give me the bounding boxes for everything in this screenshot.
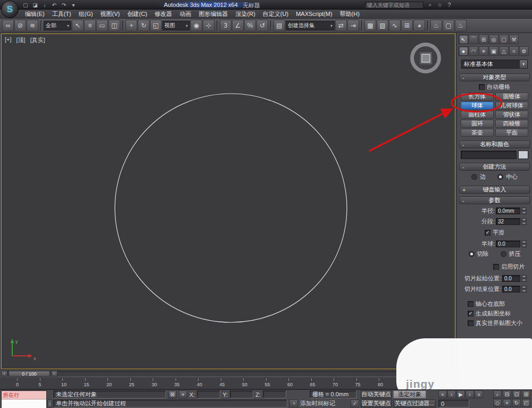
quick-access-more-icon[interactable]: ▾ — [69, 1, 78, 9]
time-tag-icon[interactable]: ◔ — [289, 399, 298, 407]
systems-category[interactable]: ⚙ — [519, 46, 529, 56]
select-by-name-icon[interactable]: ≡ — [84, 20, 96, 31]
search-input[interactable] — [365, 2, 423, 9]
search-icon[interactable]: ⌕ — [426, 1, 434, 9]
geosphere-button[interactable]: 几何球体 — [495, 102, 528, 110]
hemisphere-field[interactable]: 0.0 — [496, 240, 520, 247]
sphere-button[interactable]: 球体 — [461, 102, 494, 110]
layer-manager-icon[interactable]: ▦ — [364, 20, 376, 31]
display-tab[interactable]: ▢ — [499, 35, 509, 44]
smooth-checkbox[interactable] — [485, 230, 491, 236]
redo-icon[interactable]: ↷ — [60, 1, 68, 9]
selected-scope-dropdown[interactable]: 选定对象 — [393, 390, 426, 398]
shapes-category[interactable]: ◠ — [469, 46, 478, 56]
listener-expand-icon[interactable]: ‹ — [47, 399, 52, 407]
play-icon[interactable]: ▶ — [456, 390, 465, 398]
rectangular-selection-icon[interactable]: ▭ — [96, 20, 108, 31]
utilities-tab[interactable]: ⚒ — [509, 35, 519, 44]
squash-radio[interactable] — [501, 251, 506, 257]
track-bar[interactable]: 05101520253035404550556065707580859095 — [0, 377, 456, 389]
enable-slice-checkbox[interactable] — [493, 264, 499, 270]
maxscript-mini-listener[interactable]: 所在行 — [1, 390, 47, 408]
curve-editor-icon[interactable]: ∿ — [389, 20, 401, 31]
create-tab[interactable]: ↖ — [459, 35, 468, 44]
radius-field[interactable]: 0.0mm — [496, 207, 520, 214]
slice-from-field[interactable]: 0.0 — [502, 275, 520, 282]
autogrid-checkbox[interactable] — [479, 84, 485, 90]
slice-from-spinner[interactable] — [521, 275, 527, 282]
menu-item[interactable]: 创建(C) — [123, 10, 151, 18]
go-to-end-icon[interactable]: » — [475, 390, 483, 398]
reference-coordinate-dropdown[interactable]: 视图▾ — [162, 21, 190, 30]
rollout-keyboard-entry[interactable]: + 键盘输入 — [459, 186, 530, 194]
menu-item[interactable]: 视图(V) — [97, 10, 124, 18]
slice-to-spinner[interactable] — [521, 286, 527, 293]
base-to-pivot-checkbox[interactable] — [468, 301, 473, 307]
render-production-icon[interactable]: ♨ — [455, 20, 467, 31]
viewport-top[interactable]: [+][顶][真实] x y — [1, 34, 455, 369]
motion-tab[interactable]: ◎ — [489, 35, 498, 44]
bind-to-space-warp-icon[interactable]: ≋ — [27, 20, 38, 31]
segments-spinner[interactable] — [521, 218, 527, 225]
selection-filter-dropdown[interactable]: 全部▾ — [44, 21, 71, 30]
select-move-icon[interactable]: + — [126, 20, 137, 31]
z-coordinate-field[interactable] — [263, 390, 286, 398]
snaps-toggle-icon[interactable]: 3 — [220, 20, 231, 31]
menu-item[interactable]: 自定义(U) — [259, 10, 292, 18]
use-pivot-center-icon[interactable]: ◉ — [190, 20, 202, 31]
hemisphere-spinner[interactable] — [521, 240, 527, 247]
rollout-creation-method[interactable]: - 创建方法 — [459, 163, 530, 171]
material-editor-icon[interactable]: ◕ — [413, 20, 425, 31]
orbit-icon[interactable]: ↻ — [512, 399, 521, 407]
cylinder-button[interactable]: 圆柱体 — [461, 111, 494, 119]
favorites-icon[interactable]: ☆ — [436, 1, 444, 9]
menu-item[interactable]: 工具(T) — [48, 10, 75, 18]
new-file-icon[interactable]: ▢ — [21, 1, 30, 9]
segments-field[interactable]: 32 — [496, 218, 520, 225]
lights-category[interactable]: ☀ — [479, 46, 488, 56]
next-key-icon[interactable]: › — [51, 371, 57, 377]
viewport-general-menu[interactable]: [+] — [5, 36, 12, 44]
torus-button[interactable]: 圆环 — [461, 120, 494, 128]
auto-key-button[interactable]: 自动关键点 — [361, 390, 392, 398]
select-rotate-icon[interactable]: ↻ — [138, 20, 149, 31]
select-object-icon[interactable]: ↖ — [72, 20, 84, 31]
help-icon[interactable]: ? — [445, 1, 453, 9]
lock-selection-icon[interactable]: ⊠ — [168, 390, 177, 398]
set-key-button[interactable]: 设置关键点 — [361, 399, 392, 407]
zoom-extents-all-icon[interactable]: ⊞ — [522, 390, 530, 398]
select-and-link-icon[interactable]: ∞ — [2, 20, 14, 31]
y-coordinate-field[interactable] — [230, 390, 253, 398]
box-button[interactable]: 长方体 — [461, 93, 494, 101]
menu-item[interactable]: 动画 — [176, 10, 195, 18]
real-world-map-checkbox[interactable] — [468, 320, 473, 326]
app-logo-icon[interactable]: S — [1, 1, 19, 18]
viewport-shading-menu[interactable]: [真实] — [30, 36, 45, 44]
save-file-icon[interactable]: ↓ — [40, 1, 49, 9]
percent-snap-icon[interactable]: % — [244, 20, 256, 31]
edge-radio[interactable] — [471, 174, 477, 180]
previous-frame-icon[interactable]: ‹ — [447, 390, 456, 398]
radius-spinner[interactable] — [521, 207, 527, 214]
zoom-extents-icon[interactable]: ⊡ — [512, 390, 521, 398]
plane-button[interactable]: 平面 — [495, 129, 528, 137]
macro-recorder-row[interactable]: 所在行 — [2, 391, 46, 399]
helpers-category[interactable]: △ — [499, 46, 509, 56]
menu-item[interactable]: 修改器 — [151, 10, 176, 18]
teapot-button[interactable]: 茶壶 — [461, 129, 494, 137]
object-name-input[interactable] — [461, 151, 517, 159]
hierarchy-tab[interactable]: ⊞ — [479, 35, 488, 44]
named-selection-dropdown[interactable]: 创建选择集▾ — [286, 21, 335, 30]
maximize-viewport-icon[interactable]: ◰ — [522, 399, 530, 407]
object-color-swatch[interactable] — [518, 151, 528, 159]
go-to-start-icon[interactable]: « — [438, 390, 447, 398]
modify-tab[interactable]: ⌒ — [469, 35, 478, 44]
rollout-object-type[interactable]: - 对象类型 — [459, 73, 530, 81]
viewcube-top-face[interactable] — [421, 54, 430, 63]
zoom-all-icon[interactable]: ⊟ — [503, 390, 511, 398]
pyramid-button[interactable]: 四棱锥 — [495, 120, 528, 128]
center-radio[interactable] — [497, 174, 503, 180]
select-scale-icon[interactable]: ◱ — [150, 20, 162, 31]
menu-item[interactable]: 渲染(R) — [232, 10, 259, 18]
unlink-selection-icon[interactable]: ⊘ — [14, 20, 26, 31]
